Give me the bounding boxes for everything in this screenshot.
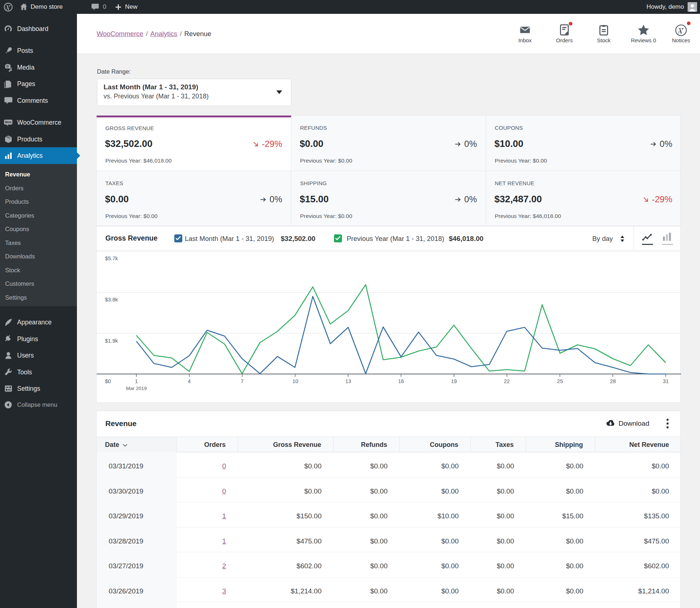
svg-text:13: 13 xyxy=(345,378,351,384)
svg-text:25: 25 xyxy=(557,378,563,384)
svg-text:7: 7 xyxy=(241,378,244,384)
svg-text:31: 31 xyxy=(663,378,669,384)
svg-text:$5.7k: $5.7k xyxy=(105,256,118,261)
svg-text:Mar 2019: Mar 2019 xyxy=(126,386,147,391)
svg-text:$3.8k: $3.8k xyxy=(105,297,118,303)
svg-text:1: 1 xyxy=(135,378,138,384)
svg-text:10: 10 xyxy=(292,378,298,384)
svg-text:Woo: Woo xyxy=(5,120,11,124)
svg-text:28: 28 xyxy=(610,378,616,384)
svg-text:19: 19 xyxy=(451,378,457,384)
svg-text:$0: $0 xyxy=(105,378,111,384)
svg-text:16: 16 xyxy=(398,378,404,384)
svg-text:$1.9k: $1.9k xyxy=(105,338,118,344)
svg-text:4: 4 xyxy=(188,378,191,384)
svg-text:22: 22 xyxy=(504,378,510,384)
